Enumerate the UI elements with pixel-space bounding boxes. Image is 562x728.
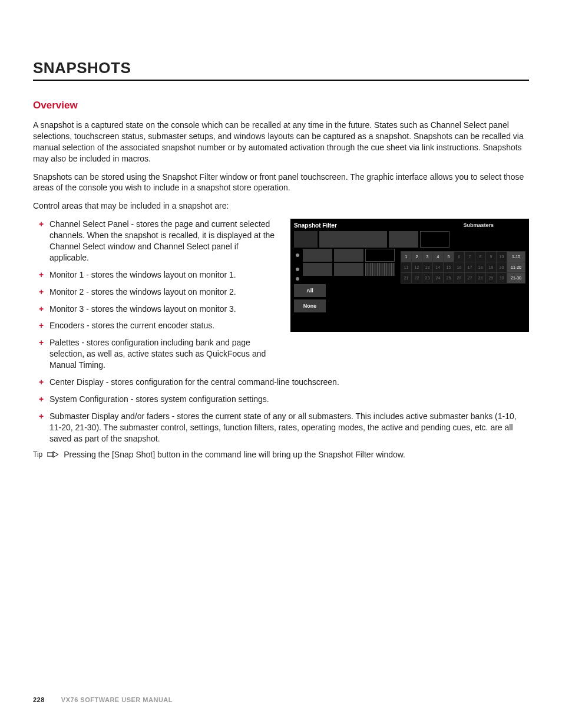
list-item: Center Display - stores configuration fo… (33, 377, 529, 388)
submaster-cell[interactable]: 5 (444, 252, 454, 262)
tip-row: Tip Pressing the [Snap Shot] button in t… (33, 450, 529, 459)
list-item: Channel Select Panel - stores the page a… (33, 219, 279, 263)
filter-tile (303, 249, 332, 262)
control-area-list-full: Center Display - stores configuration fo… (33, 377, 529, 444)
submaster-cell[interactable]: 4 (433, 252, 444, 262)
submaster-cell[interactable]: 20 (497, 262, 507, 273)
list-item: Palettes - stores configuration includin… (33, 337, 279, 371)
filter-tile (365, 249, 395, 262)
none-button[interactable]: None (294, 299, 326, 312)
submaster-range[interactable]: 11-20 (507, 262, 525, 273)
submaster-cell[interactable]: 9 (486, 252, 497, 262)
submaster-cell[interactable]: 16 (454, 262, 465, 273)
filter-tile (303, 263, 332, 276)
submaster-cell[interactable]: 14 (433, 262, 444, 273)
list-item: Monitor 3 - stores the windows layout on… (33, 304, 279, 315)
submaster-cell[interactable]: 24 (433, 273, 444, 284)
page-number: 228 (33, 696, 45, 703)
submaster-cell[interactable]: 13 (422, 262, 433, 273)
submaster-cell[interactable]: 21 (401, 273, 412, 284)
list-item: Submaster Display and/or faders - stores… (33, 411, 529, 444)
filter-tile (334, 263, 363, 276)
submaster-cell[interactable]: 25 (444, 273, 454, 284)
submaster-cell[interactable]: 23 (422, 273, 433, 284)
control-area-list-narrow: Channel Select Panel - stores the page a… (33, 219, 279, 371)
submaster-cell[interactable]: 17 (465, 262, 475, 273)
submaster-cell[interactable]: 28 (475, 273, 486, 284)
filter-tile (334, 249, 363, 262)
pointer-icon (47, 451, 59, 458)
list-item: Monitor 1 - stores the windows layout on… (33, 269, 279, 281)
row-bullet (296, 268, 299, 271)
submaster-grid: 123456789101-101112131415161718192011-20… (401, 251, 525, 284)
submaster-cell[interactable]: 6 (454, 252, 465, 262)
submaster-cell[interactable]: 3 (422, 252, 433, 262)
snapshot-filter-figure: Snapshot Filter Submasters All None (290, 219, 529, 332)
svg-rect-0 (47, 453, 53, 456)
intro-paragraph-2: Snapshots can be stored using the Snapsh… (33, 172, 529, 194)
page-heading: SNAPSHOTS (33, 59, 529, 77)
filter-tile (389, 231, 418, 248)
submaster-cell[interactable]: 22 (412, 273, 422, 284)
list-item: Monitor 2 - stores the windows layout on… (33, 286, 279, 298)
submasters-label: Submasters (463, 222, 494, 228)
tip-label: Tip (33, 450, 42, 459)
row-bullet (296, 253, 299, 257)
submaster-cell[interactable]: 15 (444, 262, 454, 273)
submaster-cell[interactable]: 30 (497, 273, 507, 284)
submaster-cell[interactable]: 27 (465, 273, 475, 284)
submaster-cell[interactable]: 12 (412, 262, 422, 273)
manual-title: VX76 SOFTWARE USER MANUAL (61, 696, 173, 703)
all-button[interactable]: All (294, 284, 326, 297)
heading-rule (33, 80, 529, 81)
intro-paragraph-3: Control areas that may be included in a … (33, 200, 529, 212)
submaster-cell[interactable]: 19 (486, 262, 497, 273)
list-item: System Configuration - stores system con… (33, 394, 529, 405)
submaster-cell[interactable]: 11 (401, 262, 412, 273)
submaster-range[interactable]: 1-10 (507, 252, 525, 262)
filter-tile (319, 231, 387, 248)
submaster-cell[interactable]: 26 (454, 273, 465, 284)
submaster-cell[interactable]: 7 (465, 252, 475, 262)
submaster-cell[interactable]: 2 (412, 252, 422, 262)
section-subheading: Overview (33, 100, 529, 111)
submaster-cell[interactable]: 10 (497, 252, 507, 262)
list-item: Encoders - stores the current encoder st… (33, 320, 279, 331)
page-footer: 228 VX76 SOFTWARE USER MANUAL (33, 696, 173, 703)
tip-text: Pressing the [Snap Shot] button in the c… (64, 450, 405, 459)
channel-select-tile (294, 231, 318, 248)
submaster-cell[interactable]: 18 (475, 262, 486, 273)
filter-tile (420, 231, 449, 248)
row-bullet (296, 277, 299, 281)
intro-paragraph-1: A snapshot is a captured state on the co… (33, 120, 529, 164)
submaster-cell[interactable]: 8 (475, 252, 486, 262)
submaster-cell[interactable]: 29 (486, 273, 497, 284)
submaster-range[interactable]: 21-30 (507, 273, 525, 284)
encoder-tile (365, 263, 395, 276)
submaster-cell[interactable]: 1 (401, 252, 412, 262)
